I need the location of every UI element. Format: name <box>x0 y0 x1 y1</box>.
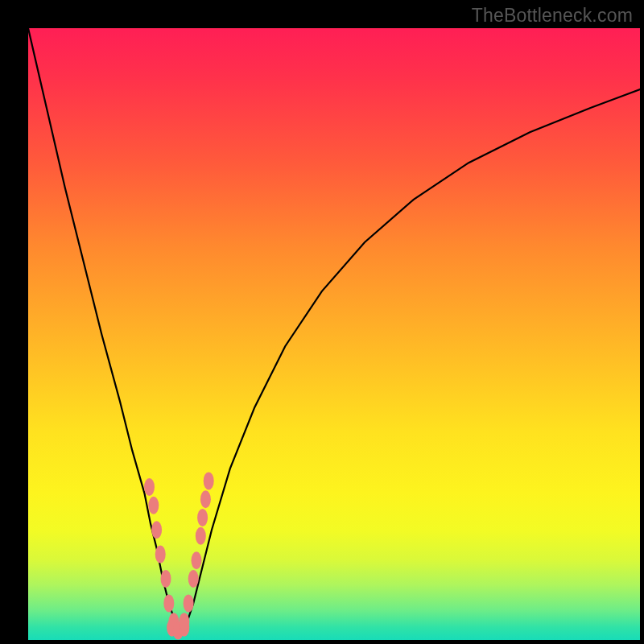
plot-area <box>28 28 640 640</box>
bead-marker <box>188 570 199 588</box>
bead-marker <box>192 551 202 569</box>
bead-marker <box>204 472 214 489</box>
bottleneck-curve <box>28 28 640 628</box>
watermark-text: TheBottleneck.com <box>472 5 633 27</box>
bead-marker <box>200 490 211 508</box>
bead-marker <box>163 594 174 612</box>
bead-marker <box>197 509 208 526</box>
bead-marker <box>155 546 166 564</box>
bead-marker <box>144 478 155 496</box>
bead-marker <box>148 497 159 514</box>
bead-marker <box>151 521 162 539</box>
bead-marker <box>161 570 171 588</box>
beads-group <box>144 472 214 639</box>
curve-layer <box>28 28 640 640</box>
bead-marker <box>196 527 206 545</box>
chart-frame: TheBottleneck.com <box>0 0 644 644</box>
bead-marker <box>184 594 194 612</box>
bead-marker <box>179 613 189 630</box>
